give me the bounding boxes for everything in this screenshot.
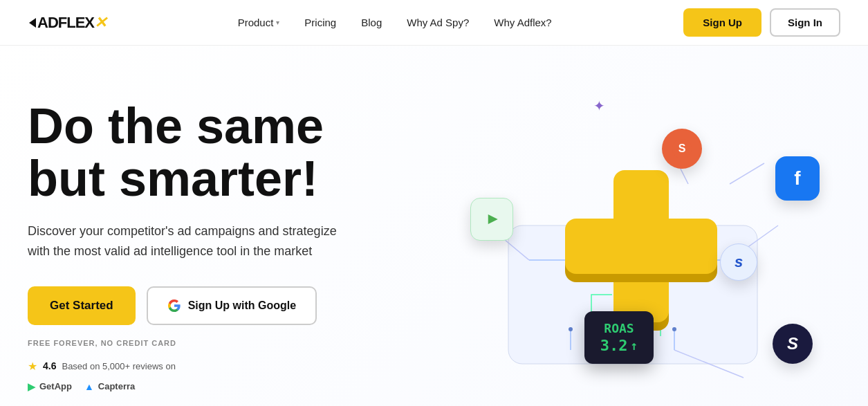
svg-marker-18	[488, 214, 498, 224]
getapp-icon: ▶	[28, 381, 35, 392]
nav-link-product[interactable]: Product ▾	[228, 11, 290, 34]
badge-capterra: ▲ Capterra	[84, 381, 135, 392]
badge-getapp: ▶ GetApp	[28, 381, 72, 392]
navbar: AD FLEX ✕ Product ▾ Pricing Blog Why Ad …	[0, 0, 868, 46]
logo[interactable]: AD FLEX ✕	[28, 14, 106, 32]
chevron-down-icon: ▾	[276, 19, 279, 26]
roas-card: ROAS 3.2 ↑	[584, 311, 654, 364]
signup-nav-button[interactable]: Sign Up	[683, 8, 761, 37]
sparkle-icon: ✦	[593, 98, 605, 114]
signin-nav-button[interactable]: Sign In	[770, 8, 840, 37]
blue-s-icon: s	[720, 243, 757, 281]
google-g-icon	[167, 299, 181, 313]
nav-link-why-adspy[interactable]: Why Ad Spy?	[397, 11, 479, 34]
logo-x: ✕	[94, 14, 106, 32]
logo-flex: FLEX	[58, 14, 94, 32]
nav-link-pricing[interactable]: Pricing	[295, 11, 346, 34]
svg-line-9	[674, 350, 744, 378]
rating-row: ★ 4.6 Based on 5,000+ reviews on	[28, 360, 360, 373]
rating-text: Based on 5,000+ reviews on	[62, 361, 175, 371]
nav-link-blog[interactable]: Blog	[351, 11, 391, 34]
roas-arrow-icon: ↑	[630, 338, 638, 353]
get-started-button[interactable]: Get Started	[28, 286, 136, 325]
svg-text:S: S	[678, 142, 686, 154]
hero-headline: Do the same but smarter!	[28, 100, 360, 205]
nav-links: Product ▾ Pricing Blog Why Ad Spy? Why A…	[228, 11, 562, 34]
nav-actions: Sign Up Sign In	[683, 8, 840, 37]
roas-value: 3.2 ↑	[600, 337, 638, 354]
hero-left: Do the same but smarter! Discover your c…	[28, 100, 360, 392]
signup-google-button[interactable]: Sign Up with Google	[147, 286, 317, 325]
badges-row: ▶ GetApp ▲ Capterra	[28, 381, 360, 392]
hero-subtext: Discover your competitor's ad campaigns …	[28, 221, 360, 261]
free-label: FREE FOREVER, NO CREDIT CARD	[28, 339, 360, 347]
rating-score: 4.6	[43, 360, 56, 371]
hero-buttons: Get Started Sign Up with Google	[28, 286, 360, 325]
ad-platform-orange-icon: S	[662, 129, 702, 169]
illustration-container: ROAS 3.2 ↑ f S S	[432, 87, 833, 405]
scrub-icon: S	[773, 324, 813, 364]
logo-ad: AD	[37, 14, 58, 32]
nav-link-why-adflex[interactable]: Why Adflex?	[484, 11, 561, 34]
svg-line-10	[730, 163, 764, 184]
plus-arm-horizontal	[565, 219, 717, 274]
facebook-icon: f	[775, 156, 820, 201]
hero-section: Do the same but smarter! Discover your c…	[0, 46, 868, 406]
play-icon	[470, 198, 513, 241]
capterra-icon: ▲	[84, 381, 94, 392]
hero-illustration: ROAS 3.2 ↑ f S S	[425, 80, 840, 406]
plus-symbol	[558, 163, 724, 329]
star-icon: ★	[28, 360, 37, 373]
roas-label: ROAS	[604, 321, 634, 335]
